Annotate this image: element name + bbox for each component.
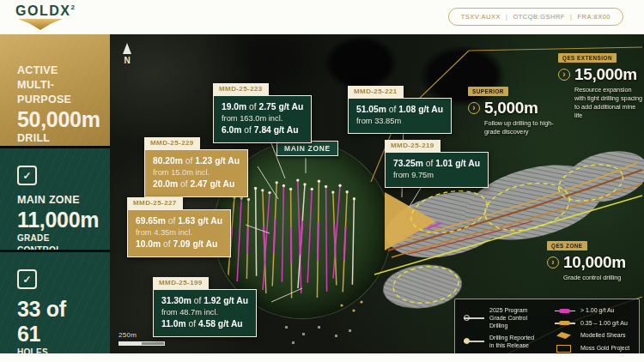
open-circle-icon xyxy=(464,314,484,323)
annotation-superior: SUPERIOR›5,000mFollow up drilling to hig… xyxy=(468,81,557,136)
legend-label: Drilling Reportedin this Release xyxy=(489,334,534,349)
annotation-description: Resource expansion with tight drilling s… xyxy=(574,86,644,119)
panel-main-zone-title: MAIN ZONE xyxy=(17,193,93,208)
shear-icon xyxy=(555,331,575,340)
intercept-line: 51.05m of 1.08 g/t Au xyxy=(356,104,443,116)
callout-hole-id: MMD-25-221 xyxy=(348,86,404,98)
north-label: N xyxy=(120,56,134,65)
legend-label: 0.35 – 1.00 g/t Au xyxy=(580,319,628,327)
legend-item-shear: Modelled Shears xyxy=(555,331,630,340)
intercept-line: from 4.35m incl. xyxy=(136,227,222,238)
annotation-description: Grade control drilling xyxy=(563,274,643,282)
map-legend: 2025 ProgramGrade Control DrillingDrilli… xyxy=(454,299,640,362)
intercept-line: from 9.75m xyxy=(393,170,480,181)
intercept-line: 80.20m of 1.23 g/t Au xyxy=(153,155,240,167)
logo-gold-emblem-icon xyxy=(18,19,63,30)
panel-main-zone-meters: 11,000m xyxy=(17,208,93,232)
annotation-meters: 10,000m xyxy=(563,253,626,272)
panel-holes-reported: ✓ 33 of 61 HOLES REPORTED TO DATE 28 ass… xyxy=(0,252,110,353)
footer-strip xyxy=(0,353,644,362)
callout-hole-id: MMD-25-227 xyxy=(127,197,183,209)
callout-MMD-25-229: MMD-25-22980.20m of 1.23 g/t Aufrom 15.0… xyxy=(144,133,248,197)
project-outline-icon xyxy=(555,344,575,353)
logo-text: GOLDX2 xyxy=(15,4,76,18)
legend-label: > 1.00 g/t Au xyxy=(580,306,615,314)
sidebar: ACTIVE MULTI-PURPOSE 50,000m DRILL PROGR… xyxy=(0,34,110,353)
panel-main-zone: ✓ MAIN ZONE 11,000m GRADE CONTROL DRILLI… xyxy=(0,148,110,250)
intercept-line: 73.25m of 1.01 g/t Au xyxy=(393,158,480,170)
panel-holes-sub1: HOLES REPORTED xyxy=(17,347,93,354)
panel-drill-line3: DRILL PROGRAM xyxy=(17,131,93,146)
legend-item-open-circle: 2025 ProgramGrade Control Drilling xyxy=(464,306,544,329)
callout-hole-id: MMD-25-223 xyxy=(213,83,269,95)
logo-sup: 2 xyxy=(70,3,76,11)
callout-MMD-25-199: MMD-25-19931.30m of 1.92 g/t Aufrom 48.7… xyxy=(153,273,257,337)
callout-intercepts: 51.05m of 1.08 g/t Aufrom 33.85m xyxy=(348,98,452,134)
legend-item-project-outline: Moss Gold Project xyxy=(555,344,630,353)
annotation-zone-tag: QES ZONE xyxy=(547,241,587,250)
north-arrow-icon xyxy=(123,43,131,54)
checkbox-icon: ✓ xyxy=(17,269,37,289)
intercept-line: from 48.7m incl. xyxy=(161,307,248,318)
intercept-line: 20.0m of 2.47 g/t Au xyxy=(153,178,240,190)
north-arrow: N xyxy=(120,43,134,65)
callout-MMD-25-221: MMD-25-22151.05m of 1.08 g/t Aufrom 33.8… xyxy=(348,81,452,134)
panel-drill-line1: ACTIVE xyxy=(17,63,93,78)
callout-hole-id: MMD-25-199 xyxy=(153,277,209,289)
chevron-circle-icon: › xyxy=(547,256,559,268)
ticker-fra: FRA:8X00 xyxy=(577,13,611,21)
callout-intercepts: 69.65m of 1.63 g/t Aufrom 4.35m incl.10.… xyxy=(127,209,231,258)
panel-drill-program: ACTIVE MULTI-PURPOSE 50,000m DRILL PROGR… xyxy=(0,34,110,146)
magenta-interval-icon xyxy=(555,306,575,315)
ticker-otcqb: OTCQB:GSHRF xyxy=(513,13,565,21)
logo-word: GOLDX xyxy=(15,3,70,18)
panel-main-zone-sub1: GRADE CONTROL xyxy=(17,232,93,250)
chevron-circle-icon: › xyxy=(558,69,570,81)
annotation-qes-extension: QES EXTENSION›15,000mResource expansion … xyxy=(558,48,644,119)
legend-label: Modelled Shears xyxy=(580,331,626,339)
gold-interval-icon xyxy=(555,319,575,328)
legend-label: Moss Gold Project xyxy=(580,344,629,352)
annotation-zone-tag: SUPERIOR xyxy=(468,87,508,96)
callout-intercepts: 31.30m of 1.92 g/t Aufrom 48.7m incl.11.… xyxy=(153,289,257,338)
annotation-qes-zone: QES ZONE›10,000mGrade control drilling xyxy=(547,236,643,282)
chevron-circle-icon: › xyxy=(468,102,480,114)
legend-item-magenta-interval: > 1.00 g/t Au xyxy=(555,306,630,315)
ticker-tsxv: TSXV:AUXX xyxy=(461,13,501,21)
header-bar: GOLDX2 TSXV:AUXX|OTCQB:GSHRF|FRA:8X00 xyxy=(0,0,644,34)
callout-hole-id: MMD-25-219 xyxy=(385,140,440,152)
annotation-description: Follow up drilling to high-grade discove… xyxy=(484,119,557,136)
intercept-line: 31.30m of 1.92 g/t Au xyxy=(161,295,248,307)
scale-line xyxy=(118,341,165,346)
slide: GOLDX2 TSXV:AUXX|OTCQB:GSHRF|FRA:8X00 AC… xyxy=(0,0,644,362)
intercept-line: 10.0m of 7.09 g/t Au xyxy=(136,238,222,250)
annotation-meters: 15,000m xyxy=(574,65,637,84)
intercept-line: 11.0m of 4.58 g/t Au xyxy=(161,318,248,330)
company-logo: GOLDX2 xyxy=(15,4,76,30)
annotation-meters: 5,000m xyxy=(484,99,538,118)
legend-label: 2025 ProgramGrade Control Drilling xyxy=(489,306,544,329)
ticker-separator: | xyxy=(506,13,507,21)
panel-drill-line2: MULTI-PURPOSE xyxy=(17,78,93,107)
legend-item-filled-circle: Drilling Reportedin this Release xyxy=(464,334,544,349)
checkbox-icon: ✓ xyxy=(17,166,37,185)
legend-item-gold-interval: 0.35 – 1.00 g/t Au xyxy=(555,319,630,328)
callout-intercepts: 80.20m of 1.23 g/t Aufrom 15.0m incl.20.… xyxy=(144,149,248,198)
panel-drill-meters: 50,000m xyxy=(17,107,93,132)
filled-circle-icon xyxy=(464,337,484,346)
annotation-zone-tag: QES EXTENSION xyxy=(558,53,617,63)
callout-MMD-25-227: MMD-25-22769.65m of 1.63 g/t Aufrom 4.35… xyxy=(127,193,231,257)
callout-MMD-25-219: MMD-25-21973.25m of 1.01 g/t Aufrom 9.75… xyxy=(385,136,489,188)
ticker-separator: | xyxy=(570,13,572,21)
panel-holes-count: 33 of 61 xyxy=(17,297,93,347)
intercept-line: from 15.0m incl. xyxy=(153,167,240,178)
callout-hole-id: MMD-25-229 xyxy=(144,137,200,149)
intercept-line: from 163.0m incl. xyxy=(222,113,303,124)
callout-intercepts: 73.25m of 1.01 g/t Aufrom 9.75m xyxy=(385,152,489,188)
intercept-line: 69.65m of 1.63 g/t Au xyxy=(136,215,222,227)
intercept-line: 19.0m of 2.75 g/t Au xyxy=(222,101,303,113)
intercept-line: from 33.85m xyxy=(356,116,443,127)
stock-tickers: TSXV:AUXX|OTCQB:GSHRF|FRA:8X00 xyxy=(448,8,623,26)
